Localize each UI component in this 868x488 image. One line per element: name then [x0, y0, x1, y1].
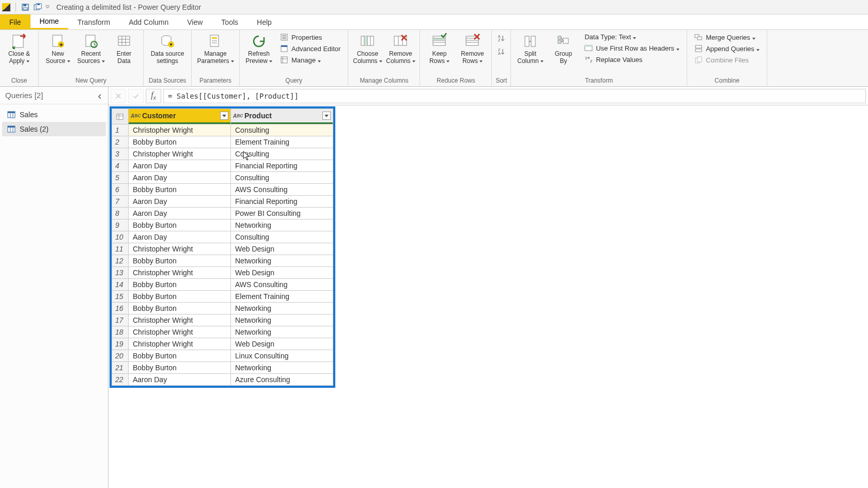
row-number[interactable]: 7 [112, 196, 129, 208]
table-row[interactable]: 10Aaron DayConsulting [112, 231, 333, 243]
table-row[interactable]: 9Bobby BurtonNetworking [112, 219, 333, 231]
cell[interactable]: Web Design [231, 267, 333, 279]
cell[interactable]: Linux Consulting [231, 350, 333, 362]
row-number[interactable]: 3 [112, 148, 129, 160]
cell[interactable]: Networking [231, 314, 333, 326]
fx-icon[interactable]: fx [146, 89, 161, 103]
cell[interactable]: AWS Consulting [231, 279, 333, 291]
close-apply-button[interactable]: Close &Apply [3, 31, 35, 68]
cell[interactable]: Power BI Consulting [231, 208, 333, 219]
table-row[interactable]: 19Christopher WrightWeb Design [112, 338, 333, 350]
qat-dropdown-icon[interactable] [45, 2, 50, 13]
tab-view[interactable]: View [178, 14, 212, 29]
cell[interactable]: Christopher Wright [129, 326, 231, 338]
split-column-button[interactable]: SplitColumn [514, 31, 546, 68]
row-number[interactable]: 20 [112, 350, 129, 362]
table-row[interactable]: 15Bobby BurtonElement Training [112, 291, 333, 303]
tab-home[interactable]: Home [30, 14, 68, 29]
manage-query-button[interactable]: Manage [277, 55, 344, 65]
row-number[interactable]: 6 [112, 184, 129, 196]
cell[interactable]: Aaron Day [129, 196, 231, 208]
manage-parameters-button[interactable]: ManageParameters [195, 31, 236, 68]
remove-rows-button[interactable]: RemoveRows [456, 31, 488, 68]
row-number[interactable]: 9 [112, 219, 129, 231]
cell[interactable]: Bobby Burton [129, 362, 231, 374]
cell[interactable]: Christopher Wright [129, 314, 231, 326]
recent-sources-button[interactable]: RecentSources [75, 31, 107, 68]
cell[interactable]: Consulting [231, 172, 333, 184]
sort-desc-button[interactable]: ZA [496, 46, 506, 57]
properties-button[interactable]: Properties [277, 32, 344, 42]
table-row[interactable]: 11Christopher WrightWeb Design [112, 243, 333, 255]
row-number[interactable]: 18 [112, 326, 129, 338]
group-by-button[interactable]: GroupBy [547, 31, 579, 68]
cancel-formula-icon[interactable] [111, 89, 126, 103]
formula-input[interactable] [163, 89, 866, 103]
table-row[interactable]: 21Bobby BurtonNetworking [112, 362, 333, 374]
tab-file[interactable]: File [0, 14, 30, 29]
cell[interactable]: Bobby Burton [129, 219, 231, 231]
row-number[interactable]: 4 [112, 160, 129, 172]
cell[interactable]: Christopher Wright [129, 124, 231, 136]
table-row[interactable]: 17Christopher WrightNetworking [112, 314, 333, 326]
cell[interactable]: Networking [231, 326, 333, 338]
first-row-headers-button[interactable]: Use First Row as Headers [581, 43, 683, 53]
row-number[interactable]: 13 [112, 267, 129, 279]
cell[interactable]: Christopher Wright [129, 267, 231, 279]
row-number[interactable]: 12 [112, 255, 129, 267]
tab-tools[interactable]: Tools [212, 14, 247, 29]
table-row[interactable]: 12Bobby BurtonNetworking [112, 255, 333, 267]
cell[interactable]: Networking [231, 303, 333, 314]
column-filter-icon[interactable] [322, 112, 331, 120]
remove-columns-button[interactable]: RemoveColumns [384, 31, 416, 68]
cell[interactable]: Aaron Day [129, 231, 231, 243]
row-number[interactable]: 19 [112, 338, 129, 350]
table-row[interactable]: 1Christopher WrightConsulting [112, 124, 333, 136]
choose-columns-button[interactable]: ChooseColumns [351, 31, 383, 68]
row-number[interactable]: 10 [112, 231, 129, 243]
cell[interactable]: Bobby Burton [129, 291, 231, 303]
data-grid[interactable]: ABC Customer ABC Product [112, 108, 333, 386]
query-item-sales[interactable]: Sales [2, 107, 106, 122]
cell[interactable]: Bobby Burton [129, 184, 231, 196]
sort-asc-button[interactable]: AZ [496, 33, 506, 43]
cell[interactable]: Element Training [231, 136, 333, 148]
row-number[interactable]: 17 [112, 314, 129, 326]
cell[interactable]: Aaron Day [129, 374, 231, 386]
row-number[interactable]: 11 [112, 243, 129, 255]
cell[interactable]: Bobby Burton [129, 303, 231, 314]
table-row[interactable]: 18Christopher WrightNetworking [112, 326, 333, 338]
row-number[interactable]: 1 [112, 124, 129, 136]
cell[interactable]: Bobby Burton [129, 136, 231, 148]
cell[interactable]: Christopher Wright [129, 338, 231, 350]
cell[interactable]: Bobby Burton [129, 279, 231, 291]
cell[interactable]: Christopher Wright [129, 243, 231, 255]
table-row[interactable]: 8Aaron DayPower BI Consulting [112, 208, 333, 219]
cell[interactable]: AWS Consulting [231, 184, 333, 196]
tab-transform[interactable]: Transform [68, 14, 119, 29]
save-icon[interactable] [20, 2, 31, 13]
cell[interactable]: Financial Reporting [231, 196, 333, 208]
tab-add-column[interactable]: Add Column [119, 14, 178, 29]
combine-files-button[interactable]: Combine Files [691, 55, 763, 65]
column-header-product[interactable]: ABC Product [231, 109, 333, 124]
enter-data-button[interactable]: EnterData [108, 31, 140, 68]
save-as-icon[interactable] [32, 2, 43, 13]
cell[interactable]: Web Design [231, 243, 333, 255]
cell[interactable]: Networking [231, 362, 333, 374]
cell[interactable]: Web Design [231, 338, 333, 350]
tab-help[interactable]: Help [247, 14, 281, 29]
cell[interactable]: Consulting [231, 124, 333, 136]
cell[interactable]: Financial Reporting [231, 160, 333, 172]
keep-rows-button[interactable]: KeepRows [423, 31, 455, 68]
cell[interactable]: Aaron Day [129, 172, 231, 184]
collapse-icon[interactable] [97, 92, 103, 99]
row-number[interactable]: 8 [112, 208, 129, 219]
append-queries-button[interactable]: Append Queries [691, 43, 763, 54]
cell[interactable]: Networking [231, 219, 333, 231]
table-row[interactable]: 22Aaron DayAzure Consulting [112, 374, 333, 386]
query-item-sales-2[interactable]: Sales (2) [2, 122, 106, 136]
cell[interactable]: Aaron Day [129, 208, 231, 219]
row-number[interactable]: 22 [112, 374, 129, 386]
commit-formula-icon[interactable] [128, 89, 144, 103]
